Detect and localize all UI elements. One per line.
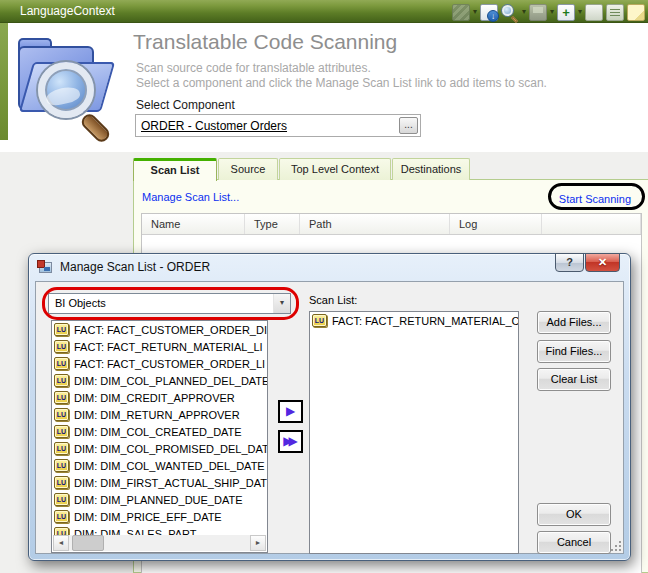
available-list-item[interactable]: LUDIM: DIM_COL_CREATED_DATE <box>52 423 267 440</box>
move-selected-button[interactable]: ▶ <box>278 400 303 423</box>
available-list-item[interactable]: LUDIM: DIM_FIRST_ACTUAL_SHIP_DATE <box>52 474 267 491</box>
note-icon[interactable] <box>627 4 645 21</box>
available-list-item[interactable]: LUDIM: DIM_COL_PROMISED_DEL_DATE <box>52 440 267 457</box>
chevron-down-icon[interactable]: ▾ <box>550 3 554 21</box>
manage-scan-list-link[interactable]: Manage Scan List... <box>142 191 239 203</box>
search-icon[interactable] <box>501 4 519 21</box>
list-item-label: DIM: DIM_PLANNED_DUE_DATE <box>74 494 243 506</box>
list-item-label: DIM: DIM_COL_PROMISED_DEL_DATE <box>74 443 267 455</box>
lu-object-icon: LU <box>54 408 69 421</box>
list-item-label: DIM: DIM_RETURN_APPROVER <box>74 409 240 421</box>
category-dropdown[interactable]: BI Objects ▾ <box>48 293 291 314</box>
available-list-item[interactable]: LUDIM: DIM_COL_WANTED_DEL_DATE <box>52 457 267 474</box>
column-header-empty <box>542 214 641 234</box>
toolbar: ▾ ↓ ▾ ▾ ▾ <box>452 2 645 22</box>
app-window: LanguageContext ▾ ↓ ▾ ▾ ▾ Translatable C… <box>0 0 648 573</box>
import-icon[interactable]: ↓ <box>480 4 498 21</box>
list-item-label: DIM: DIM_FIRST_ACTUAL_SHIP_DATE <box>74 477 267 489</box>
scan-list-label: Scan List: <box>309 294 357 306</box>
lu-object-icon: LU <box>54 476 69 489</box>
lu-object-icon: LU <box>54 340 69 353</box>
lu-object-icon: LU <box>54 323 69 336</box>
scan-list-item[interactable]: LUFACT: FACT_RETURN_MATERIAL_C <box>310 312 518 329</box>
folder-search-icon <box>12 30 114 136</box>
tab-top-level-context[interactable]: Top Level Context <box>279 158 391 180</box>
chevron-down-icon[interactable]: ▾ <box>522 3 526 21</box>
scrollbar-track[interactable] <box>69 535 250 551</box>
form-icon <box>39 262 52 273</box>
close-button[interactable]: ✕ <box>585 253 620 272</box>
list-item-label: DIM: DIM_CREDIT_APPROVER <box>74 392 235 404</box>
select-component-label: Select Component <box>136 98 235 112</box>
available-list-item[interactable]: LUDIM: DIM_COL_PLANNED_DEL_DATE <box>52 372 267 389</box>
list-item-label: FACT: FACT_RETURN_MATERIAL_LI <box>74 341 263 353</box>
move-all-button[interactable]: ▶▶ <box>278 430 303 453</box>
scroll-left-icon[interactable]: ◄ <box>53 535 69 551</box>
column-header-path[interactable]: Path <box>300 214 450 234</box>
scroll-right-icon[interactable]: ► <box>250 535 266 551</box>
chevron-down-icon[interactable]: ▾ <box>578 3 582 21</box>
available-list-item[interactable]: LUDIM: DIM_PLANNED_DUE_DATE <box>52 491 267 508</box>
chevron-down-icon[interactable]: ▾ <box>273 294 290 313</box>
left-edge-strip <box>0 23 8 140</box>
list-item-label: DIM: DIM_COL_PLANNED_DEL_DATE <box>74 375 267 387</box>
page-title: Translatable Code Scanning <box>133 30 397 54</box>
available-list-item[interactable]: LUFACT: FACT_CUSTOMER_ORDER_LI <box>52 355 267 372</box>
available-list-item[interactable]: LUFACT: FACT_RETURN_MATERIAL_LI <box>52 338 267 355</box>
ok-button[interactable]: OK <box>537 503 611 526</box>
lens-icon <box>502 5 513 16</box>
column-header-name[interactable]: Name <box>142 214 245 234</box>
lu-object-icon: LU <box>54 357 69 370</box>
dialog-title: Manage Scan List - ORDER <box>60 260 210 274</box>
component-value: ORDER - Customer Orders <box>141 119 287 133</box>
list-item-label: DIM: DIM_COL_CREATED_DATE <box>74 426 242 438</box>
lu-object-icon: LU <box>312 314 327 327</box>
handle-icon <box>511 15 518 22</box>
tab-destinations[interactable]: Destinations <box>392 158 470 180</box>
save-icon[interactable] <box>529 4 547 21</box>
lu-object-icon: LU <box>54 510 69 523</box>
lu-object-icon: LU <box>54 493 69 506</box>
down-arrow-icon: ↓ <box>487 10 499 22</box>
lu-object-icon: LU <box>54 442 69 455</box>
column-header-type[interactable]: Type <box>245 214 300 234</box>
page-description-line2: Select a component and click the Manage … <box>136 76 547 90</box>
add-icon[interactable] <box>557 4 575 21</box>
available-list-item[interactable]: LUDIM: DIM_CREDIT_APPROVER <box>52 389 267 406</box>
tab-scan-list[interactable]: Scan List <box>133 158 217 181</box>
lu-object-icon: LU <box>54 374 69 387</box>
available-objects-list[interactable]: LUFACT: FACT_CUSTOMER_ORDER_DILUFACT: FA… <box>51 320 268 553</box>
lu-object-icon: LU <box>54 391 69 404</box>
component-combo[interactable]: ORDER - Customer Orders ... <box>135 114 421 137</box>
list-icon[interactable] <box>606 4 624 21</box>
document-icon[interactable] <box>585 4 603 21</box>
striped-disabled-icon[interactable] <box>452 4 470 21</box>
find-files-button[interactable]: Find Files... <box>537 340 611 363</box>
browse-button[interactable]: ... <box>399 117 418 134</box>
window-title: LanguageContext <box>20 4 115 18</box>
dialog-title-bar[interactable]: Manage Scan List - ORDER ? ✕ <box>29 254 630 281</box>
tab-source[interactable]: Source <box>218 158 278 180</box>
category-value: BI Objects <box>55 297 106 309</box>
help-button[interactable]: ? <box>555 253 584 272</box>
title-bar: LanguageContext ▾ ↓ ▾ ▾ ▾ <box>0 0 648 23</box>
lu-object-icon: LU <box>54 425 69 438</box>
list-item-label: DIM: DIM_COL_WANTED_DEL_DATE <box>74 460 265 472</box>
add-files-button[interactable]: Add Files... <box>537 311 611 334</box>
available-list-item[interactable]: LUFACT: FACT_CUSTOMER_ORDER_DI <box>52 321 267 338</box>
available-list-item[interactable]: LUDIM: DIM_RETURN_APPROVER <box>52 406 267 423</box>
chevron-down-icon[interactable]: ▾ <box>473 3 477 21</box>
list-item-label: FACT: FACT_CUSTOMER_ORDER_DI <box>74 324 267 336</box>
page-description-line1: Scan source code for translatable attrib… <box>136 61 371 75</box>
resize-grip[interactable] <box>611 541 621 551</box>
column-header-log[interactable]: Log <box>450 214 542 234</box>
tab-strip: Scan ListSourceTop Level ContextDestinat… <box>133 158 471 180</box>
cancel-button[interactable]: Cancel <box>537 531 611 554</box>
horizontal-scrollbar[interactable]: ◄ ► <box>53 535 266 551</box>
scan-list[interactable]: LUFACT: FACT_RETURN_MATERIAL_C <box>309 311 519 554</box>
available-list-item[interactable]: LUDIM: DIM_PRICE_EFF_DATE <box>52 508 267 525</box>
start-scanning-link[interactable]: Start Scanning <box>559 193 631 205</box>
scrollbar-thumb[interactable] <box>72 535 104 551</box>
manage-scan-list-dialog: Manage Scan List - ORDER ? ✕ BI Objects … <box>28 253 631 561</box>
clear-list-button[interactable]: Clear List <box>537 368 611 391</box>
